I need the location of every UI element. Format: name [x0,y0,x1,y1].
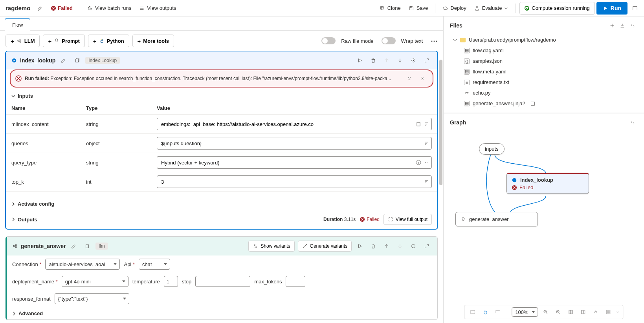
add-llm-button[interactable]: + LLM [6,35,40,47]
raw-file-toggle[interactable] [321,37,336,44]
move-down-button[interactable] [395,55,405,66]
sort-icon[interactable] [423,121,429,127]
evaluate-button[interactable]: Evaluate [471,2,512,14]
api-select[interactable]: chat [139,259,170,270]
move-down-button[interactable] [395,241,405,251]
view-batch-runs-button[interactable]: View batch runs [84,2,134,14]
input-value-field[interactable] [157,137,432,150]
chevron-down-icon [11,94,15,98]
expand-button[interactable] [422,241,432,251]
file-row[interactable]: PYecho.py [450,88,638,98]
delete-node-button[interactable] [368,55,378,66]
info-icon[interactable] [415,159,422,166]
stop-input[interactable] [195,276,250,287]
add-file-button[interactable] [607,20,617,31]
inputs-section-header[interactable]: Inputs [6,90,437,102]
project-name: ragdemo [3,5,33,11]
graph-node-inputs[interactable]: inputs [479,143,505,155]
svg-rect-32 [582,310,583,314]
pan-button[interactable] [480,307,490,317]
copy-node-button[interactable] [72,55,82,66]
edit-node-button[interactable] [69,241,79,251]
input-value-field[interactable] [157,118,432,130]
copy-node-button[interactable] [82,241,92,251]
zoom-out-button[interactable] [541,307,551,317]
move-up-button[interactable] [382,241,392,251]
view-outputs-button[interactable]: View outputs [136,2,179,14]
orientation-button[interactable] [604,307,614,317]
max-tokens-input[interactable] [286,276,305,287]
svg-point-8 [101,39,101,40]
more-tools-button[interactable]: + More tools [132,35,174,47]
folder-row[interactable]: Users/prab.reddy/promptflow/ragdemo [450,35,638,45]
sort-icon[interactable] [423,140,429,146]
file-row[interactable]: ≡requirements.txt [450,77,638,88]
input-value-field[interactable] [157,156,432,169]
minimap-button[interactable] [566,307,576,317]
move-up-button[interactable] [382,55,392,66]
svg-rect-27 [471,310,475,314]
response-format-select[interactable]: {"type":"text"} [55,293,129,304]
edit-name-button[interactable] [34,2,46,14]
compute-status-button[interactable]: Compute session running [519,2,594,15]
tab-flow[interactable]: Flow [5,18,30,31]
collapse-panel-button[interactable] [627,20,638,31]
graph-canvas[interactable]: inputs index_lookup Failed generate_answ… [444,131,644,323]
input-value-field[interactable] [157,175,432,188]
node-type-icon [512,177,517,183]
chevron-right-icon [11,202,15,206]
run-node-button[interactable] [355,241,365,251]
deploy-button[interactable]: Deploy [439,2,469,14]
layout-button[interactable] [578,307,589,317]
show-variants-button[interactable]: Show variants [248,241,294,252]
graph-node-index-lookup[interactable]: index_lookup Failed [506,173,589,194]
auto-layout-button[interactable] [591,307,601,317]
delete-node-button[interactable] [368,241,378,251]
connection-label: Connection * [12,261,41,267]
file-row[interactable]: {}samples.json [450,56,638,66]
grid-icon [568,309,574,315]
overflow-button[interactable] [629,2,641,14]
expand-button[interactable] [422,55,432,66]
expand-error-button[interactable] [404,73,415,84]
temperature-input[interactable] [164,276,178,287]
chevron-down-icon[interactable] [616,309,620,315]
more-menu-button[interactable]: ⋯ [431,36,438,45]
pencil-icon [37,5,43,11]
chevron-down-icon[interactable] [423,159,429,166]
node-tag: llm [95,243,108,250]
locate-button[interactable] [408,55,418,66]
zoom-select[interactable]: 100% [512,307,538,317]
view-full-output-button[interactable]: View full output [383,214,432,225]
file-row[interactable]: ▤flow.dag.yaml [450,45,638,56]
clone-button[interactable]: Clone [376,2,404,14]
download-button[interactable] [617,20,627,31]
deployment-select[interactable]: gpt-4o-mini [62,276,128,287]
folder-icon [460,38,466,42]
run-button[interactable]: Run [596,2,627,15]
copy-icon[interactable] [415,121,422,127]
add-python-button[interactable]: + Python [88,35,129,47]
save-button[interactable]: Save [405,2,431,14]
fit-button[interactable] [493,307,503,317]
sort-icon[interactable] [423,179,429,185]
locate-button[interactable] [408,241,418,251]
close-error-button[interactable] [418,73,428,84]
add-prompt-button[interactable]: + Prompt [43,35,84,47]
graph-node-generate-answer[interactable]: generate_answer [455,212,538,226]
file-row[interactable]: ▤generate_answer.jinja2 [450,98,638,109]
wrap-text-toggle[interactable] [382,37,396,44]
zoom-in-button[interactable] [553,307,563,317]
collapse-graph-button[interactable] [627,117,638,128]
screenshot-button[interactable] [468,307,478,317]
activate-config-header[interactable]: Activate config [6,198,437,210]
outputs-section-header[interactable]: Outputs [11,217,37,223]
generate-variants-button[interactable]: Generate variants [298,241,352,252]
file-row[interactable]: ▤flow.meta.yaml [450,66,638,77]
scrollbar-thumb[interactable] [439,60,442,185]
edit-node-button[interactable] [59,55,69,66]
advanced-section-header[interactable]: Advanced [7,307,437,319]
connection-select[interactable]: aistudio-ai-services_aoai [45,259,120,270]
run-node-button[interactable] [355,55,365,66]
graph-title: Graph [450,119,466,126]
